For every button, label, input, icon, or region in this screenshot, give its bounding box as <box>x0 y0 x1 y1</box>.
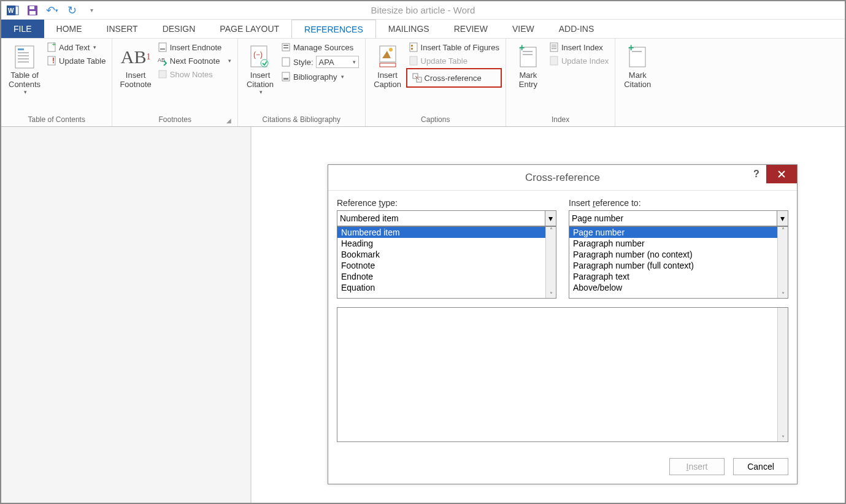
svg-text:+: + <box>519 45 525 53</box>
update-table-label: Update Table <box>59 56 106 66</box>
next-footnote-icon: AB <box>158 56 167 66</box>
ribbon-tabs: FILE HOME INSERT DESIGN PAGE LAYOUT REFE… <box>1 20 845 38</box>
listbox-scrollbar[interactable]: ˄˅ <box>545 227 556 298</box>
table-of-contents-button[interactable]: Table of Contents▾ <box>5 41 44 97</box>
style-dropdown[interactable]: APA▾ <box>316 56 359 68</box>
list-item[interactable]: Heading <box>337 238 556 249</box>
tab-view[interactable]: VIEW <box>500 20 547 38</box>
add-text-button[interactable]: + Add Text▾ <box>44 41 108 53</box>
update-table-button[interactable]: ! Update Table <box>44 55 108 67</box>
tab-review[interactable]: REVIEW <box>442 20 500 38</box>
mark-entry-button[interactable]: + Mark Entry <box>510 41 547 91</box>
dialog-close-button[interactable] <box>766 165 797 183</box>
svg-rect-8 <box>18 52 29 53</box>
tab-file[interactable]: FILE <box>1 20 44 38</box>
add-text-icon: + <box>47 42 56 52</box>
bibliography-icon <box>281 72 291 82</box>
svg-text:(−): (−) <box>253 50 263 59</box>
insert-endnote-label: Insert Endnote <box>170 43 222 52</box>
dialog-help-button[interactable]: ? <box>747 165 766 183</box>
qat-customize-icon[interactable]: ▾ <box>85 4 98 17</box>
redo-icon[interactable]: ↻ <box>65 4 79 17</box>
insert-citation-button[interactable]: (−) Insert Citation▾ <box>242 41 279 97</box>
list-item[interactable]: Equation <box>337 282 556 293</box>
insert-button[interactable]: Insert <box>669 458 725 475</box>
list-item[interactable]: Paragraph text <box>569 271 788 282</box>
tof-icon <box>409 42 418 52</box>
cancel-button[interactable]: Cancel <box>733 458 788 475</box>
show-notes-button[interactable]: Show Notes <box>155 68 234 80</box>
insert-reference-listbox[interactable]: Page number Paragraph number Paragraph n… <box>569 226 788 299</box>
cross-reference-button[interactable]: Cross-reference <box>406 68 502 88</box>
svg-rect-19 <box>159 71 166 78</box>
update-index-button[interactable]: Update Index <box>547 55 611 67</box>
svg-rect-4 <box>29 6 34 9</box>
list-item[interactable]: Numbered item <box>337 227 556 238</box>
footnotes-dialog-launcher[interactable]: ◢ <box>226 117 231 124</box>
add-text-label: Add Text <box>59 43 90 52</box>
scroll-down-icon[interactable]: ˅ <box>550 291 553 298</box>
list-item[interactable]: Page number <box>569 227 788 238</box>
list-item[interactable]: Above/below <box>569 282 788 293</box>
svg-rect-41 <box>523 54 533 55</box>
reference-type-listbox[interactable]: Numbered item Heading Bookmark Footnote … <box>337 226 556 299</box>
tab-page-layout[interactable]: PAGE LAYOUT <box>207 20 291 38</box>
insert-caption-button[interactable]: Insert Caption <box>369 41 406 91</box>
insert-index-icon <box>549 42 559 52</box>
tab-references[interactable]: REFERENCES <box>291 20 376 38</box>
close-icon <box>777 170 786 178</box>
insert-endnote-button[interactable]: Insert Endnote <box>155 41 234 53</box>
listbox-scrollbar[interactable]: ˄˅ <box>777 227 788 298</box>
group-label-toc: Table of Contents <box>5 114 108 126</box>
dialog-titlebar: Cross-reference ? <box>328 165 797 191</box>
scroll-down-icon[interactable]: ˅ <box>782 291 785 298</box>
insert-index-label: Insert Index <box>561 43 603 52</box>
next-footnote-button[interactable]: AB Next Footnote ▾ <box>155 55 234 67</box>
footnote-icon: AB1 <box>121 44 151 71</box>
insert-index-button[interactable]: Insert Index <box>547 41 611 53</box>
group-label-index: Index <box>510 114 611 126</box>
bibliography-button[interactable]: Bibliography▾ <box>279 71 361 83</box>
update-tof-button[interactable]: Update Table <box>406 55 502 67</box>
svg-text:!: ! <box>52 56 55 65</box>
tab-insert[interactable]: INSERT <box>94 20 150 38</box>
scroll-up-icon[interactable]: ˄ <box>550 227 553 234</box>
tab-design[interactable]: DESIGN <box>150 20 208 38</box>
tab-addins[interactable]: ADD-INS <box>547 20 607 38</box>
undo-icon[interactable]: ↶▾ <box>45 4 59 17</box>
manage-sources-button[interactable]: Manage Sources <box>279 41 361 53</box>
list-item[interactable]: Paragraph number (full context) <box>569 260 788 271</box>
scroll-up-icon[interactable]: ˄ <box>782 227 785 234</box>
style-selector[interactable]: Style: APA▾ <box>279 55 361 69</box>
combo-arrow-icon: ▾ <box>545 211 556 226</box>
group-label-toa <box>619 114 656 126</box>
mark-citation-icon: + <box>627 44 648 71</box>
list-item[interactable]: Paragraph number <box>569 238 788 249</box>
save-icon[interactable] <box>26 4 39 17</box>
mark-citation-button[interactable]: + Mark Citation <box>619 41 656 91</box>
list-item[interactable]: Bookmark <box>337 249 556 260</box>
svg-rect-7 <box>18 48 24 50</box>
tab-home[interactable]: HOME <box>44 20 94 38</box>
svg-rect-25 <box>283 47 288 48</box>
reference-type-combo[interactable]: Numbered item ▾ <box>337 210 556 226</box>
insert-footnote-button[interactable]: AB1 Insert Footnote <box>116 41 155 91</box>
insert-table-of-figures-button[interactable]: Insert Table of Figures <box>406 41 502 53</box>
list-item[interactable]: Paragraph number (no context) <box>569 249 788 260</box>
list-item[interactable]: Footnote <box>337 260 556 271</box>
mark-entry-icon: + <box>518 44 539 71</box>
word-app-icon[interactable]: W <box>6 4 20 17</box>
insert-reference-combo[interactable]: Page number ▾ <box>569 210 788 226</box>
reference-type-value: Numbered item <box>340 213 399 223</box>
tab-mailings[interactable]: MAILINGS <box>376 20 442 38</box>
for-which-listbox[interactable]: ˅ <box>337 307 788 442</box>
svg-rect-32 <box>380 63 396 67</box>
group-captions: Insert Caption Insert Table of Figures U… <box>366 39 506 126</box>
list-item[interactable]: Endnote <box>337 271 556 282</box>
insert-citation-label: Insert Citation <box>247 71 274 89</box>
svg-rect-16 <box>159 43 166 52</box>
svg-rect-34 <box>411 45 413 47</box>
listbox-scrollbar[interactable]: ˅ <box>777 308 788 441</box>
scroll-down-icon[interactable]: ˅ <box>782 435 785 441</box>
next-footnote-label: Next Footnote <box>170 56 220 66</box>
